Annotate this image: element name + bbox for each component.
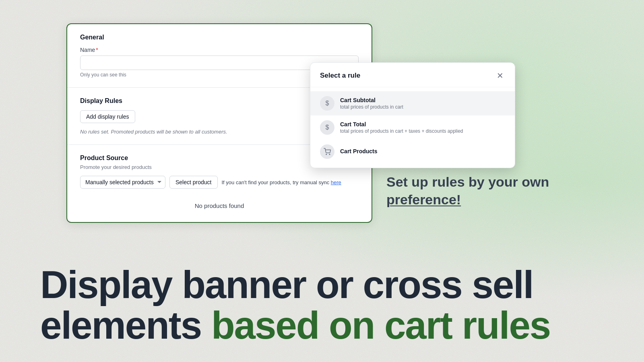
- general-title: General: [80, 34, 359, 41]
- rule-info-cart-products: Cart Products: [340, 148, 378, 155]
- rule-modal: Select a rule ✕ $ Cart Subtotal total pr…: [310, 62, 515, 168]
- sync-hint: If you can't find your products, try man…: [222, 179, 341, 185]
- bottom-area: Display banner or cross sell elements ba…: [0, 253, 644, 362]
- select-product-button[interactable]: Select product: [169, 176, 218, 189]
- name-label: Name*: [80, 47, 359, 53]
- product-source-controls: Manually selected products Collection Al…: [80, 176, 359, 189]
- cart-products-name: Cart Products: [340, 148, 378, 154]
- tagline-area: Set up rules by your own preference!: [386, 173, 612, 208]
- no-products-text: No products found: [80, 195, 359, 212]
- rule-item-cart-total[interactable]: $ Cart Total total prices of products in…: [310, 115, 515, 140]
- svg-point-1: [329, 154, 330, 155]
- rule-item-cart-products[interactable]: Cart Products: [310, 140, 515, 164]
- cart-products-icon: [320, 144, 334, 159]
- main-headline: Display banner or cross sell elements ba…: [40, 265, 604, 346]
- cart-total-icon: $: [320, 120, 334, 135]
- cart-subtotal-desc: total prices of products in cart: [340, 104, 403, 110]
- cart-subtotal-name: Cart Subtotal: [340, 97, 403, 103]
- rule-list: $ Cart Subtotal total prices of products…: [310, 87, 515, 168]
- rule-item-cart-subtotal[interactable]: $ Cart Subtotal total prices of products…: [310, 91, 515, 115]
- rule-info-cart-subtotal: Cart Subtotal total prices of products i…: [340, 97, 403, 110]
- product-source-dropdown[interactable]: Manually selected products Collection Al…: [80, 176, 165, 189]
- add-display-rules-button[interactable]: Add display rules: [80, 110, 135, 123]
- rule-info-cart-total: Cart Total total prices of products in c…: [340, 121, 463, 134]
- cart-subtotal-icon: $: [320, 96, 334, 111]
- modal-header: Select a rule ✕: [310, 63, 515, 87]
- sync-link[interactable]: here: [331, 179, 341, 185]
- modal-close-button[interactable]: ✕: [495, 71, 505, 80]
- tagline-text: Set up rules by your own preference!: [386, 173, 612, 208]
- svg-point-0: [326, 154, 327, 155]
- modal-title: Select a rule: [320, 72, 360, 80]
- cart-total-desc: total prices of products in cart + taxes…: [340, 128, 463, 134]
- cart-total-name: Cart Total: [340, 121, 463, 128]
